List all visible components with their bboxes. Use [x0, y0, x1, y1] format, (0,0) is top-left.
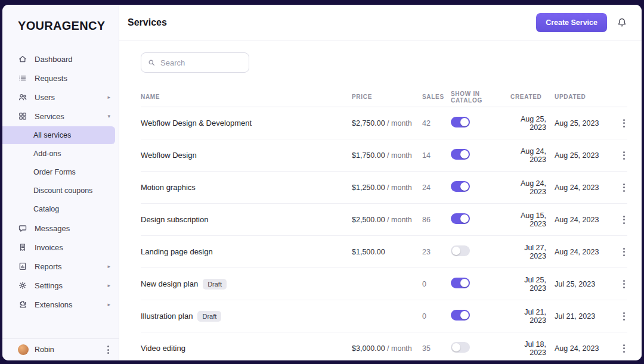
price-cell: $2,500.00 / month: [352, 216, 422, 224]
show-in-catalog-toggle[interactable]: [451, 117, 470, 127]
chevron-down-icon: ▾: [107, 114, 110, 119]
header-actions: Create Service: [536, 13, 627, 32]
sidebar-item-label: Reports: [35, 262, 62, 271]
sidebar-item-invoices[interactable]: Invoices: [2, 238, 119, 257]
sidebar-item-services[interactable]: Services ▾: [2, 107, 119, 126]
sidebar-subitem-label: All services: [33, 131, 71, 139]
row-menu-button[interactable]: [621, 149, 627, 162]
column-header-name: NAME: [141, 94, 352, 100]
updated-cell: Aug 24, 2023: [555, 344, 607, 353]
sales-cell: 23: [422, 248, 451, 256]
reports-icon: [18, 262, 27, 271]
sidebar-item-settings[interactable]: Settings ▸: [2, 276, 119, 295]
actions-cell: [607, 149, 627, 162]
show-in-catalog-toggle[interactable]: [451, 310, 470, 321]
sales-cell: 86: [422, 216, 451, 224]
sidebar-item-requests[interactable]: Requests: [2, 69, 119, 88]
row-menu-button[interactable]: [621, 181, 627, 194]
app-window: YOURAGENCY Dashboard Requests Users ▸ Se…: [2, 5, 642, 360]
show-in-catalog-toggle[interactable]: [451, 342, 470, 353]
sidebar-item-users[interactable]: Users ▸: [2, 88, 119, 107]
catalog-cell: [451, 310, 510, 322]
sales-cell: 24: [422, 183, 451, 192]
users-icon: [18, 92, 27, 102]
sales-cell: 0: [422, 312, 451, 321]
sidebar-item-label: Dashboard: [35, 55, 73, 64]
notifications-bell-icon[interactable]: [617, 17, 627, 28]
toggle-knob: [460, 182, 469, 191]
actions-cell: [607, 117, 627, 130]
sidebar-item-messages[interactable]: Messages: [2, 219, 119, 238]
service-name-cell: Webflow Design: [141, 151, 352, 160]
service-name: Webflow Design & Development: [141, 119, 252, 127]
show-in-catalog-toggle[interactable]: [451, 213, 470, 224]
service-name: Illustration plan: [141, 312, 193, 321]
row-menu-button[interactable]: [621, 278, 627, 291]
sidebar-item-extensions[interactable]: Extensions ▸: [2, 295, 119, 314]
sidebar-item-reports[interactable]: Reports ▸: [2, 257, 119, 276]
search-icon: [147, 58, 156, 67]
service-name: New design plan: [141, 279, 198, 288]
table-row: Video editing $3,000.00 / month 35 Jul 1…: [141, 332, 627, 360]
service-name: Motion graphics: [141, 183, 196, 192]
sidebar-item-dashboard[interactable]: Dashboard: [2, 49, 119, 69]
column-header-created: CREATED: [510, 94, 555, 100]
price-period: / month: [387, 216, 412, 224]
row-menu-button[interactable]: [621, 310, 627, 323]
catalog-cell: [451, 278, 510, 290]
toggle-knob: [452, 343, 460, 351]
toggle-knob: [460, 279, 469, 287]
actions-cell: [607, 245, 627, 259]
messages-icon: [18, 223, 27, 233]
toggle-knob: [460, 311, 469, 319]
updated-cell: Aug 25, 2023: [555, 151, 607, 160]
price-value: $1,250.00: [352, 183, 385, 192]
sidebar-subitem[interactable]: Order Forms: [2, 163, 115, 181]
column-header-updated: UPDATED: [555, 94, 607, 100]
service-name-cell: New design planDraft: [141, 279, 352, 288]
draft-badge: Draft: [197, 311, 221, 322]
updated-cell: Aug 25, 2023: [555, 119, 607, 127]
created-cell: Jul 25, 2023: [510, 276, 555, 293]
draft-badge: Draft: [203, 279, 227, 290]
sidebar-item-label: Extensions: [35, 300, 73, 309]
actions-cell: [607, 342, 627, 355]
price-cell: $3,000.00 / month: [352, 344, 422, 353]
price-cell: $2,750.00 / month: [352, 119, 422, 127]
row-menu-button[interactable]: [621, 245, 627, 259]
table-row: Landing page design $1,500.00 23 Jul 27,…: [141, 236, 627, 268]
show-in-catalog-toggle[interactable]: [451, 181, 470, 192]
catalog-cell: [451, 213, 510, 226]
created-cell: Jul 18, 2023: [510, 340, 555, 357]
price-cell: $1,250.00 / month: [352, 183, 422, 192]
service-name: Webflow Design: [141, 151, 197, 160]
sidebar-subitem[interactable]: All services: [2, 126, 115, 144]
service-name: Video editing: [141, 344, 185, 353]
sidebar-subitem[interactable]: Discount coupons: [2, 182, 115, 200]
table-row: Webflow Design $1,750.00 / month 14 Aug …: [141, 139, 627, 172]
created-cell: Jul 27, 2023: [510, 244, 555, 260]
sidebar-subitem[interactable]: Catalog: [2, 200, 115, 218]
sidebar-subitem[interactable]: Add-ons: [2, 145, 115, 163]
row-menu-button[interactable]: [621, 213, 627, 226]
user-menu-button[interactable]: [105, 343, 112, 356]
show-in-catalog-toggle[interactable]: [451, 149, 470, 160]
sidebar-item-label: Settings: [35, 281, 63, 290]
row-menu-button[interactable]: [621, 342, 627, 355]
show-in-catalog-toggle[interactable]: [451, 245, 470, 256]
table-row: New design planDraft 0 Jul 25, 2023 Jul …: [141, 268, 627, 300]
create-service-button[interactable]: Create Service: [536, 13, 607, 32]
created-cell: Aug 15, 2023: [510, 211, 555, 228]
price-period: / month: [387, 151, 412, 160]
service-name-cell: Webflow Design & Development: [141, 119, 352, 127]
price-period: / month: [387, 344, 412, 353]
actions-cell: [607, 213, 627, 226]
service-name-cell: Motion graphics: [141, 183, 352, 192]
actions-cell: [607, 278, 627, 291]
row-menu-button[interactable]: [621, 117, 627, 130]
table-header: NAME PRICE SALES SHOW IN CATALOG CREATED…: [141, 87, 627, 107]
created-cell: Jul 21, 2023: [510, 308, 555, 325]
price-cell: $1,750.00 / month: [352, 151, 422, 160]
search-input[interactable]: [160, 58, 243, 67]
show-in-catalog-toggle[interactable]: [451, 278, 470, 288]
